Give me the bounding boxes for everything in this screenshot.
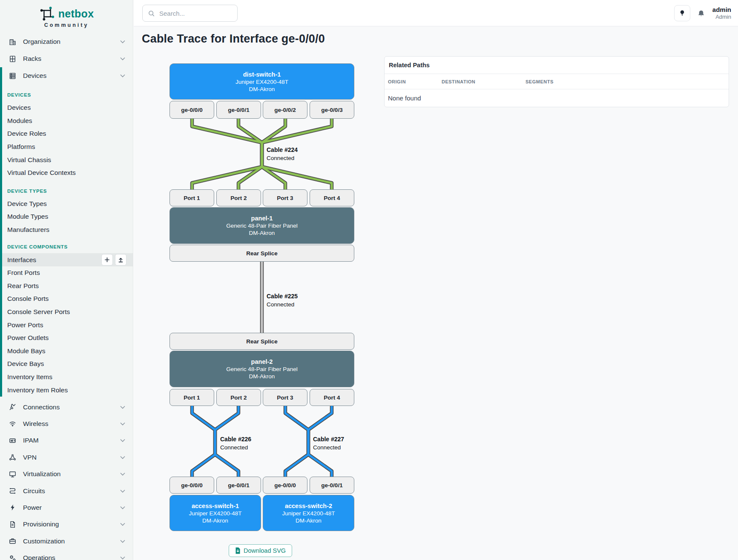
front-port-node[interactable]: Port 2 <box>216 389 261 406</box>
sidebar-item-devices[interactable]: Devices <box>2 101 133 114</box>
cable-status: Connected <box>220 443 251 452</box>
device-node-panel-2[interactable]: panel-2 Generic 48-Pair Fiber Panel DM-A… <box>169 351 354 387</box>
lightbulb-icon <box>678 9 686 17</box>
devices-icon <box>9 72 17 80</box>
upload-icon <box>118 257 123 263</box>
user-menu[interactable]: admin Admin <box>712 6 731 21</box>
device-node-panel-1[interactable]: panel-1 Generic 48-Pair Fiber Panel DM-A… <box>169 207 354 244</box>
device-site: DM-Akron <box>170 230 354 236</box>
global-search[interactable] <box>142 5 238 22</box>
sidebar-item-wireless[interactable]: Wireless <box>0 415 133 432</box>
rear-port-node[interactable]: Rear Splice <box>169 245 354 262</box>
sidebar-item-provisioning[interactable]: Provisioning <box>0 516 133 533</box>
front-port-node[interactable]: Port 1 <box>169 389 214 406</box>
chevron-down-icon <box>120 406 125 409</box>
connections-icon <box>9 403 17 411</box>
provisioning-icon <box>9 520 17 529</box>
sidebar-item-devices-group[interactable]: Devices <box>2 67 133 84</box>
sidebar-item-module-types[interactable]: Module Types <box>2 210 133 223</box>
device-node-access-switch-1[interactable]: access-switch-1 Juniper EX4200-48T DM-Ak… <box>169 495 261 531</box>
sidebar-item-connections[interactable]: Connections <box>0 399 133 415</box>
wireless-icon <box>9 420 17 428</box>
sidebar-item-label: Circuits <box>23 487 120 495</box>
sidebar-item-platforms[interactable]: Platforms <box>2 140 133 154</box>
brand-subtitle: Community <box>0 22 133 28</box>
device-node-dist-switch-1[interactable]: dist-switch-1 Juniper EX4200-48T DM-Akro… <box>169 63 354 100</box>
chevron-down-icon <box>120 556 125 560</box>
interface-node[interactable]: ge-0/0/0 <box>169 101 214 119</box>
download-svg-label: Download SVG <box>244 547 286 554</box>
sidebar-item-device-bays[interactable]: Device Bays <box>2 357 133 371</box>
brand-name: netbox <box>58 8 94 20</box>
sidebar-bottom-nav: Connections Wireless IPAM <box>0 399 133 560</box>
sidebar-item-console-server-ports[interactable]: Console Server Ports <box>2 306 133 319</box>
interface-node[interactable]: ge-0/0/1 <box>216 477 261 494</box>
sidebar-item-virtual-device-contexts[interactable]: Virtual Device Contexts <box>2 166 133 180</box>
interface-node[interactable]: ge-0/0/1 <box>216 101 261 119</box>
front-port-node[interactable]: Port 3 <box>263 389 307 406</box>
search-input[interactable] <box>159 10 223 17</box>
device-name: access-switch-2 <box>263 503 354 509</box>
cable-status: Connected <box>267 154 298 163</box>
sidebar-item-device-roles[interactable]: Device Roles <box>2 127 133 140</box>
notifications-button[interactable] <box>696 8 706 18</box>
sidebar-item-ipam[interactable]: IPAM <box>0 432 133 449</box>
chevron-down-icon <box>120 540 125 543</box>
sidebar-item-manufacturers[interactable]: Manufacturers <box>2 223 133 237</box>
theme-toggle-button[interactable] <box>674 5 690 21</box>
sidebar-item-racks[interactable]: Racks <box>0 50 133 67</box>
device-model: Generic 48-Pair Fiber Panel <box>170 223 354 229</box>
front-port-node[interactable]: Port 1 <box>169 189 214 206</box>
front-port-node[interactable]: Port 4 <box>310 389 354 406</box>
sidebar-item-inventory-item-roles[interactable]: Inventory Item Roles <box>2 383 133 397</box>
sidebar-item-module-bays[interactable]: Module Bays <box>2 345 133 358</box>
row-actions <box>101 254 126 266</box>
sidebar-item-inventory-items[interactable]: Inventory Items <box>2 371 133 384</box>
sidebar-item-power[interactable]: Power <box>0 499 133 516</box>
interface-node[interactable]: ge-0/0/0 <box>169 477 214 494</box>
chevron-down-icon <box>120 57 125 60</box>
cable-226 <box>192 406 215 477</box>
sidebar-item-modules[interactable]: Modules <box>2 114 133 128</box>
related-paths-card: Related Paths ORIGIN DESTINATION SEGMENT… <box>384 56 729 107</box>
device-model: Juniper EX4200-48T <box>170 510 261 517</box>
sidebar-item-circuits[interactable]: Circuits <box>0 483 133 499</box>
front-port-node[interactable]: Port 3 <box>263 189 307 206</box>
sidebar-item-console-ports[interactable]: Console Ports <box>2 292 133 306</box>
sidebar-item-virtualization[interactable]: Virtualization <box>0 466 133 482</box>
import-interfaces-button[interactable] <box>115 254 126 266</box>
cable-id: Cable #226 <box>220 435 251 443</box>
sidebar-item-rear-ports[interactable]: Rear Ports <box>2 280 133 293</box>
cable-id: Cable #225 <box>267 292 298 300</box>
interface-node[interactable]: ge-0/0/3 <box>310 101 354 119</box>
sidebar-item-power-ports[interactable]: Power Ports <box>2 318 133 331</box>
front-port-node[interactable]: Port 4 <box>310 189 354 206</box>
rear-port-node[interactable]: Rear Splice <box>169 333 354 350</box>
chevron-down-icon <box>120 472 125 476</box>
vpn-icon <box>9 453 17 461</box>
sidebar-item-virtual-chassis[interactable]: Virtual Chassis <box>2 153 133 166</box>
cable-label-226: Cable #226 Connected <box>220 435 251 452</box>
search-icon <box>148 10 155 17</box>
device-node-access-switch-2[interactable]: access-switch-2 Juniper EX4200-48T DM-Ak… <box>263 495 354 531</box>
interface-node[interactable]: ge-0/0/0 <box>263 477 307 494</box>
customization-icon <box>9 537 17 545</box>
cable-status: Connected <box>313 443 344 452</box>
add-interface-button[interactable] <box>101 254 113 266</box>
download-svg-button[interactable]: Download SVG <box>229 544 292 557</box>
sidebar-item-label: Operations <box>23 554 120 560</box>
interface-node[interactable]: ge-0/0/2 <box>263 101 307 119</box>
brand-logo[interactable]: netbox Community <box>0 0 133 33</box>
sidebar-item-customization[interactable]: Customization <box>0 533 133 549</box>
front-port-node[interactable]: Port 2 <box>216 189 261 206</box>
sidebar-item-operations[interactable]: Operations <box>0 549 133 560</box>
cable-trace-diagram: dist-switch-1 Juniper EX4200-48T DM-Akro… <box>169 63 354 531</box>
sidebar-item-device-types[interactable]: Device Types <box>2 197 133 211</box>
sidebar-item-front-ports[interactable]: Front Ports <box>2 266 133 280</box>
sidebar-item-power-outlets[interactable]: Power Outlets <box>2 331 133 345</box>
sidebar-item-interfaces[interactable]: Interfaces <box>2 253 133 266</box>
sidebar-item-label: Racks <box>23 55 120 63</box>
sidebar-item-organization[interactable]: Organization <box>0 33 133 50</box>
sidebar-item-vpn[interactable]: VPN <box>0 449 133 466</box>
interface-node[interactable]: ge-0/0/1 <box>310 477 354 494</box>
